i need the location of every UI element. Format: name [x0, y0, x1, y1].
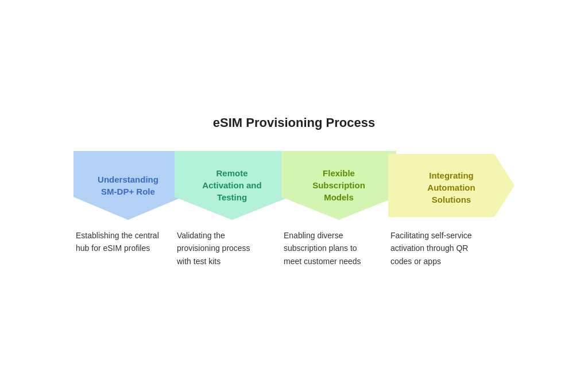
step-4-description: Facilitating self-service activation thr…	[388, 229, 480, 268]
step-3-shape: Flexible Subscription Models	[281, 151, 396, 220]
step-4-shape: Integrating Automation Solutions	[388, 151, 514, 220]
step-3-label: Flexible Subscription Models	[281, 167, 396, 203]
step-4-label: Integrating Automation Solutions	[394, 165, 509, 206]
diagram-container: Understanding SM-DP+ Role Establishing t…	[51, 151, 537, 268]
step-3-description: Enabling diverse subscription plans to m…	[281, 229, 373, 268]
page-title: eSIM Provisioning Process	[213, 115, 375, 130]
step-4-block: Integrating Automation Solutions Facilit…	[388, 151, 514, 268]
step-2-shape: Remote Activation and Testing	[175, 151, 289, 220]
step-1-description: Establishing the central hub for eSIM pr…	[74, 229, 165, 255]
step-2-label: Remote Activation and Testing	[175, 167, 289, 203]
step-3-block: Flexible Subscription Models Enabling di…	[281, 151, 396, 268]
step-1-shape: Understanding SM-DP+ Role	[74, 151, 183, 220]
step-2-block: Remote Activation and Testing Validating…	[175, 151, 289, 268]
step-1-block: Understanding SM-DP+ Role Establishing t…	[74, 151, 183, 255]
step-2-description: Validating the provisioning process with…	[175, 229, 266, 268]
step-1-label: Understanding SM-DP+ Role	[74, 173, 183, 198]
